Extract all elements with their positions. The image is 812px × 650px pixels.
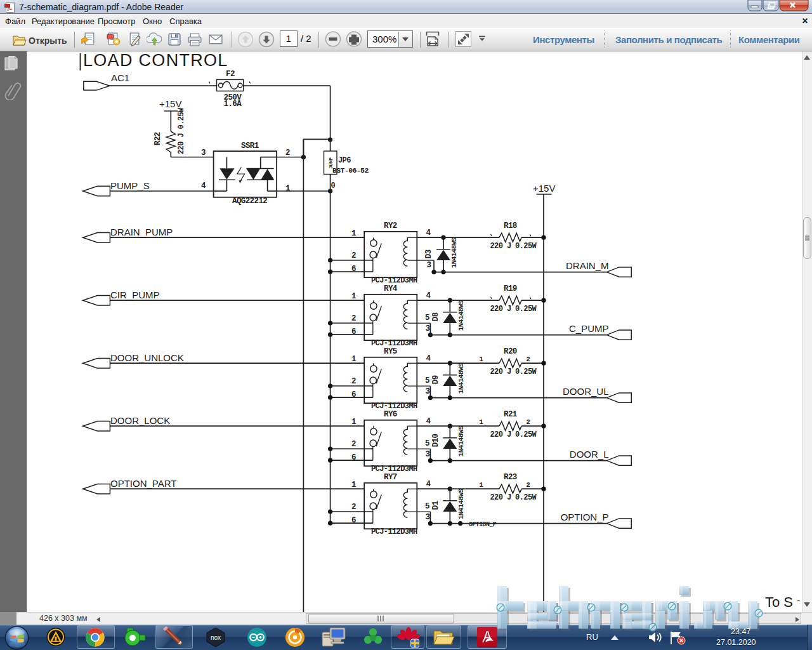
svg-text:2: 2 [527, 418, 530, 426]
svg-text:3: 3 [426, 324, 430, 333]
svg-text:F2: F2 [226, 70, 235, 79]
svg-text:D8: D8 [431, 312, 440, 321]
svg-text:2: 2 [351, 251, 356, 260]
svg-text:1N4148WS: 1N4148WS [457, 362, 465, 394]
svg-text:2: 2 [527, 481, 530, 489]
svg-text:R19: R19 [504, 284, 517, 293]
svg-text:DRAIN_PUMP: DRAIN_PUMP [110, 227, 173, 237]
svg-text:3: 3 [426, 387, 430, 396]
svg-text:PCJ-112D3MH: PCJ-112D3MH [371, 402, 417, 411]
svg-text:5: 5 [425, 376, 429, 385]
svg-text:1N4148WS: 1N4148WS [451, 237, 459, 268]
svg-text:RY2: RY2 [384, 222, 397, 230]
svg-text:DOOR_UNLOCK: DOOR_UNLOCK [110, 352, 184, 363]
svg-text:6: 6 [351, 328, 356, 336]
svg-text:R18: R18 [504, 222, 517, 230]
svg-text:RY5: RY5 [384, 347, 397, 356]
svg-text:2: 2 [351, 440, 356, 449]
svg-text:4: 4 [426, 417, 431, 426]
svg-text:1: 1 [351, 292, 356, 301]
svg-text:R20: R20 [504, 347, 517, 356]
svg-text:PCJ-112D3MH: PCJ-112D3MH [371, 276, 417, 285]
svg-text:DRAIN_M: DRAIN_M [566, 260, 609, 271]
svg-text:R21: R21 [504, 410, 517, 419]
svg-text:2: 2 [285, 149, 290, 157]
svg-text:JP6: JP6 [338, 156, 351, 165]
svg-text:1N4148WS: 1N4148WS [457, 300, 465, 331]
svg-text:1: 1 [351, 229, 356, 238]
svg-text:1N4148WS: 1N4148WS [457, 488, 465, 519]
svg-text:OPTION_PART: OPTION_PART [110, 478, 176, 489]
svg-text:D9: D9 [431, 375, 440, 384]
svg-text:D10: D10 [431, 434, 440, 447]
svg-text:3: 3 [201, 149, 206, 157]
svg-text:1: 1 [351, 355, 356, 364]
svg-text:R23: R23 [504, 473, 517, 482]
svg-text:0: 0 [331, 182, 336, 190]
svg-text:CIR_PUMP: CIR_PUMP [110, 289, 160, 300]
svg-text:2: 2 [351, 503, 356, 512]
svg-text:4: 4 [201, 182, 206, 190]
svg-text:BST-06-52: BST-06-52 [332, 166, 369, 175]
svg-text:5: 5 [425, 314, 429, 322]
svg-text:+15V: +15V [533, 183, 555, 194]
svg-text:+15V: +15V [159, 98, 181, 109]
svg-text:PCJ-112D3MH: PCJ-112D3MH [371, 465, 417, 474]
svg-text:RY7: RY7 [384, 473, 397, 482]
svg-text:C_PUMP: C_PUMP [569, 323, 609, 334]
svg-text:D1: D1 [431, 501, 440, 510]
svg-text:PUMP_S: PUMP_S [110, 180, 150, 191]
svg-text:220 J 0.25W: 220 J 0.25W [490, 430, 537, 439]
svg-text:LOAD CONTROL: LOAD CONTROL [83, 51, 228, 70]
svg-text:3: 3 [427, 261, 431, 270]
svg-text:D3: D3 [425, 249, 434, 258]
svg-text:1: 1 [351, 481, 356, 489]
svg-text:1: 1 [480, 481, 483, 489]
svg-text:R22: R22 [154, 132, 162, 145]
svg-text:220 J 0.25W: 220 J 0.25W [490, 305, 537, 314]
svg-text:4: 4 [426, 229, 431, 237]
svg-text:5: 5 [425, 439, 429, 448]
svg-text:3: 3 [426, 450, 430, 459]
svg-text:6: 6 [351, 516, 356, 525]
svg-text:5: 5 [425, 502, 429, 511]
svg-text:1: 1 [351, 418, 356, 427]
svg-text:SSR1: SSR1 [241, 142, 259, 150]
svg-text:DOOR_UL: DOOR_UL [563, 386, 609, 397]
svg-text:1.6A: 1.6A [224, 100, 242, 109]
svg-text:PCJ-112D3MH: PCJ-112D3MH [371, 339, 417, 348]
svg-text:OPTION_P: OPTION_P [561, 512, 609, 522]
svg-text:4: 4 [426, 354, 431, 363]
svg-text:4: 4 [426, 480, 431, 489]
svg-text:4: 4 [426, 291, 431, 300]
svg-text:220 J 0.25W: 220 J 0.25W [177, 107, 186, 154]
svg-text:AQG22212: AQG22212 [232, 197, 267, 206]
svg-text:2: 2 [351, 314, 356, 323]
svg-text:nox: nox [211, 634, 221, 641]
svg-text:1: 1 [480, 355, 483, 363]
svg-text:RY4: RY4 [384, 284, 398, 293]
svg-text:2: 2 [527, 355, 530, 363]
svg-text:1: 1 [285, 184, 290, 193]
svg-text:220 J 0.25W: 220 J 0.25W [490, 242, 537, 251]
svg-text:3: 3 [426, 513, 430, 522]
svg-text:DOOR_L: DOOR_L [570, 449, 609, 460]
svg-text:AC1: AC1 [111, 72, 129, 83]
svg-text:DOOR_LOCK: DOOR_LOCK [110, 415, 170, 426]
svg-text:RY6: RY6 [384, 410, 397, 419]
svg-text:220 J 0.25W: 220 J 0.25W [490, 368, 537, 376]
svg-text:6: 6 [351, 390, 356, 399]
svg-text:220 J 0.25W: 220 J 0.25W [490, 493, 537, 502]
svg-text:6: 6 [351, 453, 356, 462]
svg-text:OPTION_P: OPTION_P [469, 521, 497, 528]
svg-text:2: 2 [351, 377, 356, 386]
svg-text:6: 6 [351, 265, 356, 274]
svg-text:1: 1 [480, 418, 483, 426]
svg-text:PCJ-112D3MH: PCJ-112D3MH [371, 527, 417, 536]
svg-text:1N4148WS: 1N4148WS [457, 425, 465, 456]
